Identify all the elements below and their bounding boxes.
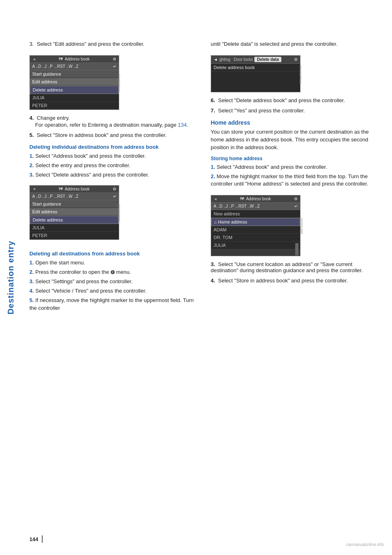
screen-3-left-arrow: ◄ — [214, 57, 218, 62]
address-book-icon-1: 🗺 — [59, 57, 63, 61]
watermark: carmanualonline.info — [346, 542, 384, 547]
step-3b-number: 3. — [211, 261, 215, 267]
step-4b-block: 4. Select "Store in address book" and pr… — [211, 278, 380, 284]
screen-4-scrollbar — [211, 249, 300, 256]
step-3-text: 3. Select "Edit address" and press the c… — [29, 41, 198, 47]
screen-3-row-0: Delete address book — [211, 64, 300, 72]
screen-4-row-0: New address — [211, 210, 300, 218]
section1-step-2: 2. Select the entry and press the contro… — [29, 162, 198, 169]
step-3b-block: 3. Select "Use current location as addre… — [211, 261, 380, 273]
screen-2-wrap: ◄ 🗺 Address book ⚙ A ..D ..J ..P ...RST … — [29, 181, 119, 245]
step-7-number: 7. — [211, 107, 215, 114]
screen-1-left-arrow: ◄ — [32, 57, 36, 61]
left-column: 3. Select "Edit address" and press the c… — [29, 16, 198, 314]
screen-4-title-center: 🗺 Address book — [240, 197, 271, 201]
step-6-text: 6. Select "Delete address book" and pres… — [211, 97, 380, 103]
storing-home-heading: Storing home address — [211, 156, 380, 161]
screen-4-side-label: SE00013885 — [300, 218, 303, 234]
screen-2-titlebar: ◄ 🗺 Address book ⚙ — [30, 186, 119, 193]
screen-3-tab-lighting: ghting — [219, 57, 230, 62]
screen-2-row-1: Edit address — [30, 208, 119, 216]
step-5-number: 5. — [29, 132, 34, 138]
screen-4-back-arrow: ↵ — [294, 204, 298, 208]
screen-3-wrap: ◄ ghting Door locks Delete data ⚙ Delete… — [211, 51, 301, 97]
screen-2: ◄ 🗺 Address book ⚙ A ..D ..J ..P ...RST … — [29, 185, 119, 240]
screen-1-row-2: Delete address — [30, 86, 119, 94]
scrollbar-thumb — [295, 243, 298, 255]
step-4-block: 4. Change entry. For operation, refer to… — [29, 115, 198, 128]
screen-1-title: Address book — [65, 57, 89, 61]
step-4-sub: For operation, refer to Entering a desti… — [35, 122, 198, 128]
section2-steps-list: 1. Open the start menu. 2. Press the con… — [29, 259, 198, 312]
screen-1-alphabet: A ..D ..J ..P ...RST ..W ..Z ↵ — [30, 63, 119, 70]
screen-4-wrap: ◄ 🗺 Address book ⚙ A ..D ..J ..P ...RST … — [211, 191, 301, 261]
step-3-number: 3. — [29, 41, 34, 47]
sidebar-title: Destination entry — [6, 241, 16, 314]
page-number-bar: 144 — [21, 535, 392, 543]
screen-2-settings-icon: ⚙ — [113, 187, 116, 191]
screen-1-side-label: CT10021534S — [118, 74, 120, 92]
screen-3: ◄ ghting Door locks Delete data ⚙ Delete… — [211, 55, 301, 92]
screen-2-row-2: Delete address — [30, 216, 119, 224]
section-deleting-all-heading: Deleting all destinations from address b… — [29, 251, 198, 257]
page-134-link[interactable]: 134 — [178, 122, 187, 128]
section2-step-5: 5. If necessary, move the highlight mark… — [29, 297, 198, 311]
storing-home-step-1: 1. Select "Address book" and press the c… — [211, 163, 380, 171]
screen-4-row-4: JULIA — [211, 242, 300, 249]
step-3b-text: 3. Select "Use current location as addre… — [211, 261, 380, 273]
section2-step-3: 3. Select "Settings" and press the contr… — [29, 278, 198, 285]
screen-1-back-arrow: ↵ — [113, 64, 116, 69]
step-4-text: 4. Change entry. — [29, 115, 198, 121]
screen-3-topbar: ◄ ghting Door locks Delete data ⚙ — [211, 56, 300, 64]
screen-1-row-3: JULIA — [30, 94, 119, 102]
home-address-heading: Home address — [211, 119, 380, 126]
section2-step-4: 4. Select "Vehicle / Tires" and press th… — [29, 287, 198, 295]
screen-1: ◄ 🗺 Address book ⚙ A ..D ..J ..P ...RST … — [29, 55, 119, 110]
address-book-icon-4: 🗺 — [240, 197, 244, 201]
step-7-text: 7. Select "Yes" and press the controller… — [211, 107, 380, 114]
screen-2-title-center: 🗺 Address book — [59, 187, 89, 191]
step-4-change: Change entry. — [37, 115, 70, 121]
address-book-icon-2: 🗺 — [59, 187, 63, 191]
screen-4-row-1: ⌂ Home address — [211, 218, 300, 226]
section-deleting-individual-heading: Deleting individual destinations from ad… — [29, 144, 198, 150]
screen-1-row-1: Edit address — [30, 78, 119, 86]
step-3-content: Select "Edit address" and press the cont… — [37, 41, 145, 47]
section1-step-3: 3. Select "Delete address" and press the… — [29, 171, 198, 179]
screen-2-row-3: JULIA — [30, 224, 119, 232]
screen-4-row-2: ADAM — [211, 226, 300, 234]
screen-2-row-4: PETER — [30, 232, 119, 239]
screen-4-title: Address book — [246, 197, 271, 201]
screen-2-title: Address book — [65, 187, 89, 191]
screen-3-side-label: CT10022734S — [299, 65, 302, 83]
screen-4-row-3: DR. TOM — [211, 234, 300, 242]
page-number-line — [42, 535, 43, 543]
continued-text: until "Delete data" is selected and pres… — [211, 41, 380, 47]
step-5-text: 5. Select "Store in address book" and pr… — [29, 132, 198, 138]
screen-4-alphabet: A ..D ..J ..P ...RST ..W ..Z ↵ — [211, 203, 300, 210]
screen-1-row-0: Start guidance — [30, 70, 119, 78]
step-5-block: 5. Select "Store in address book" and pr… — [29, 132, 198, 138]
screen-1-wrap: ◄ 🗺 Address book ⚙ A ..D ..J ..P ...RST … — [29, 51, 119, 115]
screen-2-row-0: Start guidance — [30, 200, 119, 208]
screen-3-tab-deletedata: Delete data — [254, 57, 281, 62]
screen-3-empty-space — [211, 72, 300, 92]
home-address-description: You can store your current position or t… — [211, 128, 380, 152]
screen-3-tab-doorlocks: Door locks — [234, 57, 253, 62]
step-6-block: 6. Select "Delete address book" and pres… — [211, 97, 380, 103]
screen-2-left-arrow: ◄ — [32, 187, 36, 191]
step-3-block: 3. Select "Edit address" and press the c… — [29, 41, 198, 47]
screen-1-title-center: 🗺 Address book — [59, 57, 89, 61]
screen-4-settings-icon: ⚙ — [294, 197, 298, 201]
step-4b-text: 4. Select "Store in address book" and pr… — [211, 278, 380, 284]
right-column: until "Delete data" is selected and pres… — [211, 16, 380, 314]
screen-1-row-4: PETER — [30, 102, 119, 110]
step-4-number: 4. — [29, 115, 34, 121]
screen-3-settings-icon: ⚙ — [294, 57, 298, 62]
sidebar: Destination entry — [0, 0, 21, 555]
storing-home-steps-list: 1. Select "Address book" and press the c… — [211, 163, 380, 188]
step-4b-number: 4. — [211, 278, 215, 284]
screen-2-alphabet: A ..D ..J ..P ...RST ..W ..Z ↵ — [30, 193, 119, 200]
step-6-number: 6. — [211, 97, 215, 103]
section1-steps-list: 1. Select "Address book" and press the c… — [29, 152, 198, 179]
